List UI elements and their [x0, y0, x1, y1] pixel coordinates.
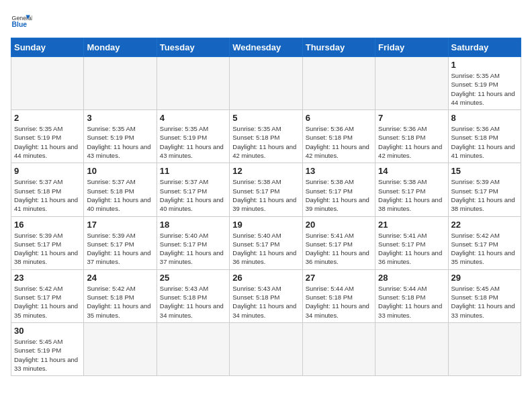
- calendar-week-row: 2Sunrise: 5:35 AMSunset: 5:19 PMDaylight…: [11, 110, 521, 163]
- calendar-week-row: 23Sunrise: 5:42 AMSunset: 5:17 PMDayligh…: [11, 269, 521, 322]
- day-info: Sunrise: 5:42 AMSunset: 5:18 PMDaylight:…: [87, 284, 153, 320]
- svg-text:Blue: Blue: [12, 21, 28, 28]
- calendar-day: [230, 322, 302, 375]
- day-info: Sunrise: 5:39 AMSunset: 5:17 PMDaylight:…: [451, 177, 518, 213]
- calendar-day: 29Sunrise: 5:45 AMSunset: 5:18 PMDayligh…: [448, 269, 521, 322]
- calendar-day: 5Sunrise: 5:35 AMSunset: 5:18 PMDaylight…: [230, 110, 302, 163]
- calendar-day: 19Sunrise: 5:40 AMSunset: 5:17 PMDayligh…: [230, 216, 302, 269]
- day-number: 1: [451, 60, 518, 70]
- dow-header: Sunday: [11, 38, 84, 57]
- day-info: Sunrise: 5:38 AMSunset: 5:17 PMDaylight:…: [378, 177, 445, 213]
- day-number: 23: [14, 273, 81, 283]
- calendar-week-row: 9Sunrise: 5:37 AMSunset: 5:18 PMDaylight…: [11, 163, 521, 216]
- calendar-day: 11Sunrise: 5:37 AMSunset: 5:17 PMDayligh…: [157, 163, 229, 216]
- day-number: 6: [306, 113, 372, 123]
- day-number: 25: [160, 273, 226, 283]
- calendar-day: 8Sunrise: 5:36 AMSunset: 5:18 PMDaylight…: [448, 110, 521, 163]
- day-number: 9: [14, 166, 81, 176]
- dow-header: Friday: [375, 38, 448, 57]
- calendar-day: 30Sunrise: 5:45 AMSunset: 5:19 PMDayligh…: [11, 322, 84, 375]
- day-info: Sunrise: 5:39 AMSunset: 5:17 PMDaylight:…: [87, 231, 153, 267]
- day-info: Sunrise: 5:37 AMSunset: 5:18 PMDaylight:…: [14, 177, 81, 213]
- day-number: 13: [306, 166, 372, 176]
- day-number: 21: [378, 220, 445, 230]
- dow-header: Thursday: [302, 38, 375, 57]
- day-info: Sunrise: 5:35 AMSunset: 5:19 PMDaylight:…: [87, 124, 153, 160]
- day-info: Sunrise: 5:45 AMSunset: 5:19 PMDaylight:…: [14, 337, 81, 373]
- day-info: Sunrise: 5:36 AMSunset: 5:18 PMDaylight:…: [378, 124, 445, 160]
- calendar-day: [375, 322, 448, 375]
- logo: General Blue: [11, 11, 32, 32]
- day-number: 30: [14, 326, 81, 336]
- day-number: 10: [87, 166, 153, 176]
- dow-header: Saturday: [448, 38, 521, 57]
- day-number: 19: [232, 220, 299, 230]
- calendar-day: [375, 57, 448, 110]
- calendar-day: 4Sunrise: 5:35 AMSunset: 5:19 PMDaylight…: [157, 110, 229, 163]
- calendar-week-row: 30Sunrise: 5:45 AMSunset: 5:19 PMDayligh…: [11, 322, 521, 375]
- day-info: Sunrise: 5:40 AMSunset: 5:17 PMDaylight:…: [232, 231, 299, 267]
- day-number: 3: [87, 113, 153, 123]
- calendar-day: 18Sunrise: 5:40 AMSunset: 5:17 PMDayligh…: [157, 216, 229, 269]
- dow-header: Monday: [84, 38, 157, 57]
- day-number: 11: [160, 166, 226, 176]
- calendar-day: [11, 57, 84, 110]
- calendar-day: 2Sunrise: 5:35 AMSunset: 5:19 PMDaylight…: [11, 110, 84, 163]
- day-number: 15: [451, 166, 518, 176]
- day-number: 8: [451, 113, 518, 123]
- day-number: 28: [378, 273, 445, 283]
- calendar-day: 13Sunrise: 5:38 AMSunset: 5:17 PMDayligh…: [302, 163, 375, 216]
- calendar-day: [302, 322, 375, 375]
- day-number: 22: [451, 220, 518, 230]
- calendar-day: 16Sunrise: 5:39 AMSunset: 5:17 PMDayligh…: [11, 216, 84, 269]
- logo-icon: General Blue: [11, 11, 32, 32]
- day-number: 20: [306, 220, 372, 230]
- calendar-day: 25Sunrise: 5:43 AMSunset: 5:18 PMDayligh…: [157, 269, 229, 322]
- day-number: 5: [232, 113, 299, 123]
- calendar-day: 20Sunrise: 5:41 AMSunset: 5:17 PMDayligh…: [302, 216, 375, 269]
- day-number: 2: [14, 113, 81, 123]
- calendar-day: 1Sunrise: 5:35 AMSunset: 5:19 PMDaylight…: [448, 57, 521, 110]
- day-number: 27: [306, 273, 372, 283]
- day-info: Sunrise: 5:43 AMSunset: 5:18 PMDaylight:…: [232, 284, 299, 320]
- calendar-day: 17Sunrise: 5:39 AMSunset: 5:17 PMDayligh…: [84, 216, 157, 269]
- day-number: 14: [378, 166, 445, 176]
- day-number: 16: [14, 220, 81, 230]
- calendar-day: [84, 57, 157, 110]
- day-info: Sunrise: 5:44 AMSunset: 5:18 PMDaylight:…: [378, 284, 445, 320]
- day-number: 7: [378, 113, 445, 123]
- calendar-day: 23Sunrise: 5:42 AMSunset: 5:17 PMDayligh…: [11, 269, 84, 322]
- day-info: Sunrise: 5:35 AMSunset: 5:18 PMDaylight:…: [232, 124, 299, 160]
- calendar-day: 14Sunrise: 5:38 AMSunset: 5:17 PMDayligh…: [375, 163, 448, 216]
- dow-header: Wednesday: [230, 38, 302, 57]
- day-info: Sunrise: 5:38 AMSunset: 5:17 PMDaylight:…: [306, 177, 372, 213]
- calendar-day: [157, 57, 229, 110]
- day-number: 29: [451, 273, 518, 283]
- day-info: Sunrise: 5:35 AMSunset: 5:19 PMDaylight:…: [451, 71, 518, 107]
- day-info: Sunrise: 5:41 AMSunset: 5:17 PMDaylight:…: [306, 231, 372, 267]
- calendar-day: 12Sunrise: 5:38 AMSunset: 5:17 PMDayligh…: [230, 163, 302, 216]
- day-number: 4: [160, 113, 226, 123]
- day-info: Sunrise: 5:36 AMSunset: 5:18 PMDaylight:…: [306, 124, 372, 160]
- calendar-day: 10Sunrise: 5:37 AMSunset: 5:18 PMDayligh…: [84, 163, 157, 216]
- calendar-day: 22Sunrise: 5:42 AMSunset: 5:17 PMDayligh…: [448, 216, 521, 269]
- day-number: 24: [87, 273, 153, 283]
- day-info: Sunrise: 5:37 AMSunset: 5:17 PMDaylight:…: [160, 177, 226, 213]
- day-info: Sunrise: 5:39 AMSunset: 5:17 PMDaylight:…: [14, 231, 81, 267]
- day-number: 12: [232, 166, 299, 176]
- calendar-week-row: 1Sunrise: 5:35 AMSunset: 5:19 PMDaylight…: [11, 57, 521, 110]
- day-info: Sunrise: 5:41 AMSunset: 5:17 PMDaylight:…: [378, 231, 445, 267]
- day-number: 26: [232, 273, 299, 283]
- days-of-week-row: SundayMondayTuesdayWednesdayThursdayFrid…: [11, 38, 521, 57]
- day-info: Sunrise: 5:40 AMSunset: 5:17 PMDaylight:…: [160, 231, 226, 267]
- calendar-day: 7Sunrise: 5:36 AMSunset: 5:18 PMDaylight…: [375, 110, 448, 163]
- calendar-day: [230, 57, 302, 110]
- calendar-body: 1Sunrise: 5:35 AMSunset: 5:19 PMDaylight…: [11, 57, 521, 376]
- calendar-day: 27Sunrise: 5:44 AMSunset: 5:18 PMDayligh…: [302, 269, 375, 322]
- day-info: Sunrise: 5:43 AMSunset: 5:18 PMDaylight:…: [160, 284, 226, 320]
- calendar-day: 15Sunrise: 5:39 AMSunset: 5:17 PMDayligh…: [448, 163, 521, 216]
- calendar-day: 6Sunrise: 5:36 AMSunset: 5:18 PMDaylight…: [302, 110, 375, 163]
- calendar-day: 28Sunrise: 5:44 AMSunset: 5:18 PMDayligh…: [375, 269, 448, 322]
- calendar-day: 3Sunrise: 5:35 AMSunset: 5:19 PMDaylight…: [84, 110, 157, 163]
- calendar-day: 24Sunrise: 5:42 AMSunset: 5:18 PMDayligh…: [84, 269, 157, 322]
